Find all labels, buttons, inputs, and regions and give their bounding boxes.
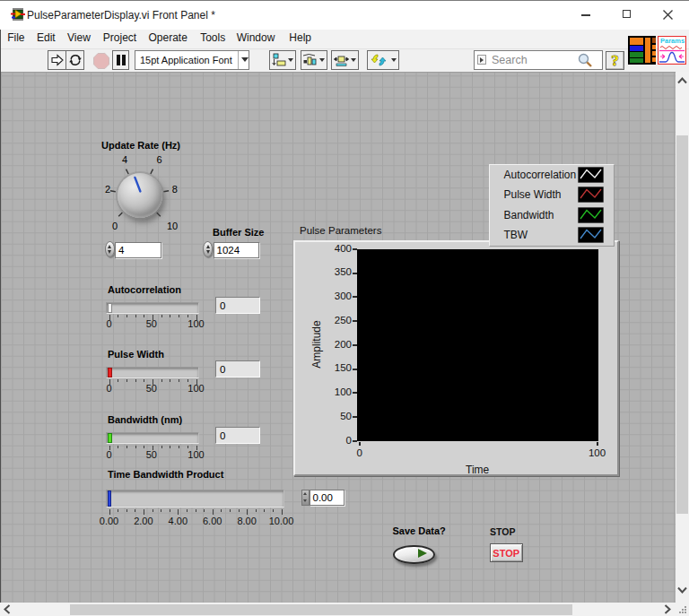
svg-text:?: ? [611,52,619,69]
svg-text:Params: Params [660,37,685,45]
